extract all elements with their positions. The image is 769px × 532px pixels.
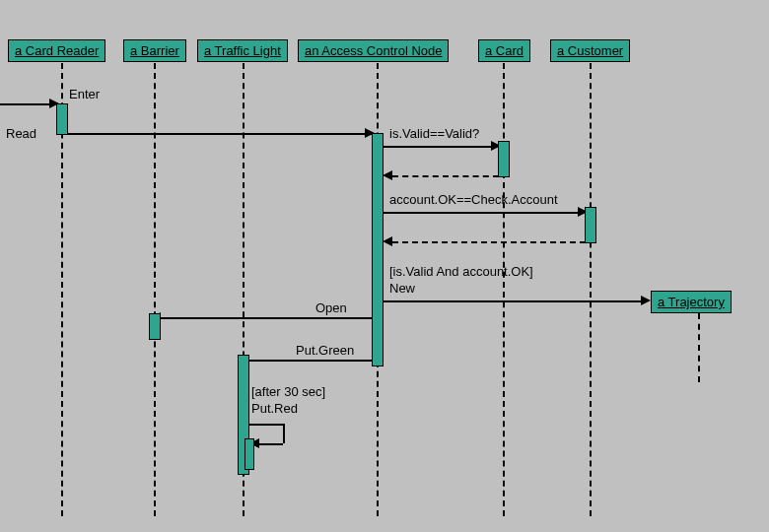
message-read-arrow <box>67 133 373 135</box>
lifeline-card <box>503 63 505 516</box>
message-open-arrow <box>160 317 372 319</box>
message-isvalid-arrow <box>383 146 496 148</box>
message-new-arrow <box>383 300 647 302</box>
message-putred-label: Put.Red <box>251 401 298 416</box>
participant-trajectory: a Trajectory <box>651 291 732 313</box>
participant-card-reader: a Card Reader <box>8 39 105 62</box>
return-card-arrow <box>392 175 499 177</box>
message-open-label: Open <box>315 300 347 315</box>
participant-access-control-node: an Access Control Node <box>298 39 449 62</box>
arrowhead-icon <box>641 296 651 305</box>
message-new-label: New <box>389 281 415 296</box>
self-msg-side <box>283 424 285 443</box>
activation-customer <box>585 207 596 243</box>
lifeline-trajectory <box>698 313 700 382</box>
participant-customer: a Customer <box>550 39 630 62</box>
lifeline-barrier <box>154 63 156 516</box>
return-customer-arrow <box>392 241 586 243</box>
self-msg-bottom <box>258 443 283 445</box>
message-isvalid-label: is.Valid==Valid? <box>389 126 479 141</box>
participant-traffic-light: a Traffic Light <box>197 39 288 62</box>
participant-barrier: a Barrier <box>123 39 186 62</box>
message-accountok-label: account.OK==Check.Account <box>389 192 558 207</box>
activation-card <box>498 141 510 177</box>
lifeline-customer <box>590 63 592 516</box>
arrowhead-icon <box>383 170 392 180</box>
message-guard-label: [is.Valid And account.OK] <box>389 264 533 279</box>
activation-access-control-node <box>372 133 384 366</box>
message-read-label: Read <box>6 126 36 141</box>
activation-card-reader <box>56 103 68 135</box>
message-putred-guard-label: [after 30 sec] <box>251 384 325 399</box>
activation-barrier <box>149 313 161 340</box>
message-accountok-arrow <box>383 212 583 214</box>
message-enter-label: Enter <box>69 87 100 101</box>
arrowhead-icon <box>383 236 392 246</box>
message-enter-arrow <box>0 103 54 105</box>
activation-traffic-light-self <box>245 438 254 470</box>
self-msg-top <box>248 424 283 426</box>
participant-card: a Card <box>478 39 530 62</box>
message-putgreen-arrow <box>248 360 372 362</box>
message-putgreen-label: Put.Green <box>296 343 354 358</box>
